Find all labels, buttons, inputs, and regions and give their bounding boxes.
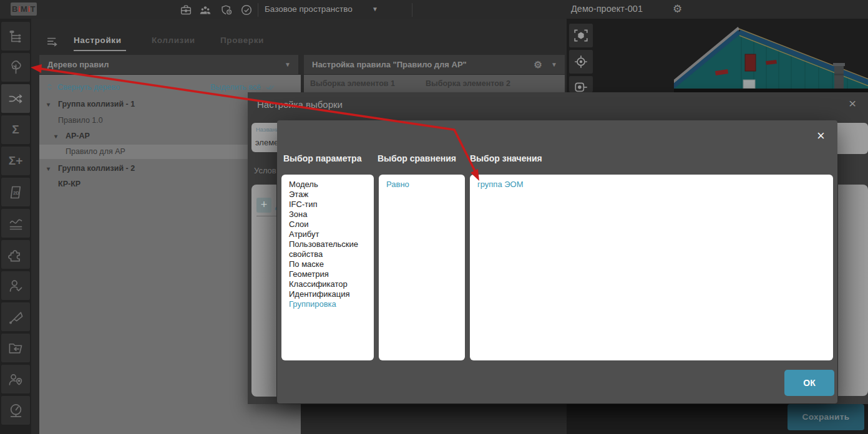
section-tool-icon xyxy=(573,80,589,92)
tab-collisions[interactable]: Коллизии xyxy=(152,36,195,45)
person-pin-icon xyxy=(7,371,24,388)
tree-item-label: Группа коллизий - 1 xyxy=(58,97,135,112)
folder-import-icon xyxy=(7,340,24,357)
sidebar-item-2d[interactable]: 2D xyxy=(1,178,30,206)
sidebar-item-import[interactable] xyxy=(1,334,30,362)
select-all-button[interactable]: Выделить всё xyxy=(210,83,276,92)
tree-item-label: Правило 1.0 xyxy=(58,113,103,128)
rules-tree-header-label: Дерево правил xyxy=(47,60,109,69)
parameter-option[interactable]: IFC-тип xyxy=(289,200,366,210)
svg-text:2D: 2D xyxy=(13,190,19,195)
bimit-logo: BiMiT xyxy=(11,2,37,16)
tree-item-label: Правило для АР xyxy=(66,145,125,159)
parameter-option[interactable]: По маске xyxy=(289,259,366,269)
sigma-icon: Σ xyxy=(12,123,19,137)
parameter-option[interactable]: Классификатор xyxy=(289,279,366,289)
tab-checks[interactable]: Проверки xyxy=(220,36,264,45)
value-option-selected[interactable]: группа ЭОМ xyxy=(477,180,826,190)
value-column-header: Выбор значения xyxy=(470,153,542,163)
tab-selection-2[interactable]: Выборка элементов 2 xyxy=(426,79,510,88)
top-bar: BiMiT Базовое пространство ▼ Демо-проект… xyxy=(0,0,868,19)
briefcase-icon[interactable] xyxy=(179,3,193,17)
collapse-tree-button[interactable]: Свернуть дерево xyxy=(46,83,120,92)
parameter-option[interactable]: Модель xyxy=(289,180,366,190)
parameter-option[interactable]: Этаж xyxy=(289,190,366,200)
name-input-value: элементы xyxy=(255,138,277,147)
parameter-option[interactable]: Атрибут xyxy=(289,229,366,239)
add-condition-button[interactable]: + xyxy=(256,198,271,213)
trend-chart-icon xyxy=(7,215,24,232)
sidebar-item-graphs[interactable] xyxy=(1,209,30,238)
comparison-option-selected[interactable]: Равно xyxy=(386,180,457,190)
value-listbox[interactable]: группа ЭОМ xyxy=(470,175,833,360)
parameter-column-header: Выбор параметра xyxy=(283,153,361,163)
gear-icon[interactable]: ⚙ xyxy=(534,55,542,74)
rule-settings-header-label: Настройка правила "Правило для АР" xyxy=(312,60,467,69)
parameter-listbox[interactable]: Модель Этаж IFC-тип Зона Слои Атрибут По… xyxy=(281,175,374,360)
sidebar-item-collisions[interactable] xyxy=(1,84,30,113)
project-title: Демо-проект-001 xyxy=(571,4,643,14)
section-tool-button[interactable] xyxy=(569,76,593,92)
collapse-triangle-icon[interactable]: ▾ xyxy=(47,97,50,112)
ok-button[interactable]: ОК xyxy=(784,370,834,396)
close-icon[interactable]: × xyxy=(817,128,825,144)
rule-settings-header[interactable]: Настройка правила "Правило для АР" ⚙ ▼ xyxy=(304,55,565,74)
building-model xyxy=(674,19,868,92)
team-icon[interactable] xyxy=(198,3,212,17)
topbar-separator xyxy=(412,3,412,17)
up-down-chevrons-icon xyxy=(46,83,54,91)
input-underline xyxy=(256,216,276,216)
save-button[interactable]: Сохранить xyxy=(788,404,864,430)
sidebar-item-plugins[interactable] xyxy=(1,240,30,269)
collapse-triangle-icon[interactable]: ▾ xyxy=(54,129,57,143)
fit-view-button[interactable] xyxy=(569,24,593,47)
gear-icon[interactable]: ⚙ xyxy=(673,2,682,16)
target-button[interactable] xyxy=(569,50,593,74)
rule-panel-tabs: Выборка элементов 1 Выборка элементов 2 xyxy=(304,75,565,92)
parameter-option[interactable]: Слои xyxy=(289,219,366,229)
rules-tree-header[interactable]: Дерево правил ▼ xyxy=(39,55,298,74)
parameter-option[interactable]: Зона xyxy=(289,210,366,219)
app-root: BiMiT Базовое пространство ▼ Демо-проект… xyxy=(0,0,868,434)
name-input[interactable]: Название элементы xyxy=(251,123,277,152)
tree-item-label: Группа коллизий - 2 xyxy=(58,162,135,176)
comparison-listbox[interactable]: Равно xyxy=(379,175,465,360)
tab-settings[interactable]: Настройки xyxy=(74,36,122,45)
tab-selection-1[interactable]: Выборка элементов 1 xyxy=(310,79,395,88)
left-toolbar: Σ Σ+ 2D xyxy=(0,19,31,434)
double-check-icon xyxy=(265,83,276,91)
sidebar-item-sum[interactable]: Σ xyxy=(1,115,30,144)
check-circle-icon[interactable] xyxy=(240,3,253,17)
select-all-label: Выделить всё xyxy=(210,83,261,92)
sidebar-item-approvals[interactable] xyxy=(1,271,30,300)
parameter-option[interactable]: Пользовательские свойства xyxy=(289,239,366,259)
shuffle-icon xyxy=(7,90,24,107)
sidebar-item-structure[interactable] xyxy=(1,22,30,51)
shield-icon[interactable] xyxy=(220,3,233,17)
parameter-option[interactable]: Идентификация xyxy=(289,289,366,299)
topbar-separator xyxy=(258,3,258,17)
2d-sheet-icon: 2D xyxy=(7,184,24,201)
parameter-option-selected[interactable]: Группировка xyxy=(289,299,366,309)
collapse-panel-icon[interactable] xyxy=(46,35,59,49)
tree-item-label: КР-КР xyxy=(58,177,80,191)
focus-model-icon xyxy=(573,27,589,44)
chevron-down-icon[interactable]: ▼ xyxy=(285,55,291,74)
workspace-selector[interactable]: Базовое пространство xyxy=(265,4,353,14)
sidebar-item-tree[interactable] xyxy=(1,53,30,82)
chevron-down-icon[interactable]: ▼ xyxy=(372,6,378,12)
parameter-option[interactable]: Геометрия xyxy=(289,269,366,279)
add-condition-label: Добавить xyxy=(275,201,276,210)
close-icon[interactable]: × xyxy=(849,96,856,111)
sidebar-item-finishing[interactable] xyxy=(1,302,30,331)
collapse-triangle-icon[interactable]: ▾ xyxy=(47,162,50,176)
sidebar-item-dashboard[interactable] xyxy=(1,396,30,425)
collapse-tree-label: Свернуть дерево xyxy=(57,83,120,92)
name-input-right-edge xyxy=(837,123,868,154)
sidebar-item-inspector[interactable] xyxy=(1,365,30,393)
sidebar-item-sum-add[interactable]: Σ+ xyxy=(1,147,30,175)
comparison-column-header: Выбор сравнения xyxy=(378,153,456,163)
chevron-down-icon[interactable]: ▼ xyxy=(551,55,557,74)
conditions-box-right-edge xyxy=(838,185,868,396)
value-picker-dialog: × Выбор параметра Выбор сравнения Выбор … xyxy=(277,120,837,403)
